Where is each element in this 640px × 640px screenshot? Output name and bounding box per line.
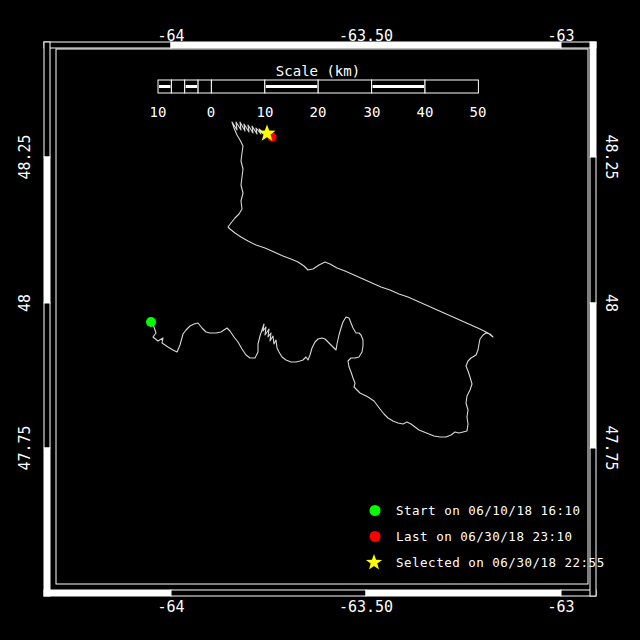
scalebar-num-5: 40	[417, 104, 434, 120]
frame-zebra-segment	[44, 590, 171, 596]
map-window: -64 -63.50 -63 -64 -63.50 -63 48.25 48 4…	[0, 0, 640, 640]
frame-zebra-segment	[590, 448, 596, 596]
axis-label-left-lat-2: 48	[16, 294, 34, 312]
frame-zebra-segment	[590, 303, 596, 448]
map-canvas	[0, 0, 640, 640]
frame-zebra-segment	[44, 303, 50, 448]
scalebar-segment	[198, 80, 211, 93]
axis-label-bottom-lon-1: -64	[157, 598, 184, 616]
axis-label-left-lat-3: 47.75	[16, 425, 34, 470]
legend-label-selected: Selected on 06/30/18 22:55	[396, 555, 605, 570]
frame-zebra-segment	[366, 590, 561, 596]
legend-marker-2	[366, 554, 382, 569]
axis-label-top-lon-2: -63.50	[339, 27, 393, 45]
axis-label-right-lat-3: 47.75	[602, 425, 620, 470]
legend-label-last: Last on 06/30/18 23:10	[396, 529, 573, 544]
scalebar-segment-stripe	[186, 85, 197, 88]
frame-zebra-segment	[44, 42, 50, 157]
legend-marker-1	[370, 531, 381, 542]
axis-label-top-lon-1: -64	[157, 27, 184, 45]
axis-label-top-lon-3: -63	[547, 27, 574, 45]
scalebar-num-0: 10	[150, 104, 167, 120]
start-marker	[146, 317, 156, 327]
scalebar-num-6: 50	[470, 104, 487, 120]
scalebar-segment	[211, 80, 264, 93]
scalebar-segment-stripe	[373, 85, 424, 88]
scalebar-segment	[171, 80, 184, 93]
axis-label-right-lat-1: 48.25	[602, 134, 620, 179]
legend-marker-0	[370, 505, 381, 516]
scalebar-num-4: 30	[364, 104, 381, 120]
scalebar-num-3: 20	[310, 104, 327, 120]
scalebar-segment-stripe	[266, 85, 317, 88]
frame-zebra-segment	[171, 590, 366, 596]
axis-label-bottom-lon-2: -63.50	[339, 598, 393, 616]
frame-zebra-segment	[44, 157, 50, 303]
scalebar-segment-stripe	[159, 85, 170, 88]
scalebar-title: Scale (km)	[276, 63, 360, 79]
legend-label-start: Start on 06/10/18 16:10	[396, 503, 581, 518]
scalebar-segment	[425, 80, 478, 93]
frame-zebra-segment	[44, 448, 50, 596]
frame-zebra-segment	[590, 42, 596, 157]
track-path	[151, 122, 493, 437]
frame-zebra-segment	[44, 42, 171, 48]
axis-label-bottom-lon-3: -63	[547, 598, 574, 616]
scalebar-num-1: 0	[207, 104, 215, 120]
scalebar-num-2: 10	[257, 104, 274, 120]
axis-label-left-lat-1: 48.25	[16, 134, 34, 179]
axis-label-right-lat-2: 48	[602, 294, 620, 312]
frame-zebra-segment	[590, 157, 596, 303]
scalebar-segment	[318, 80, 371, 93]
